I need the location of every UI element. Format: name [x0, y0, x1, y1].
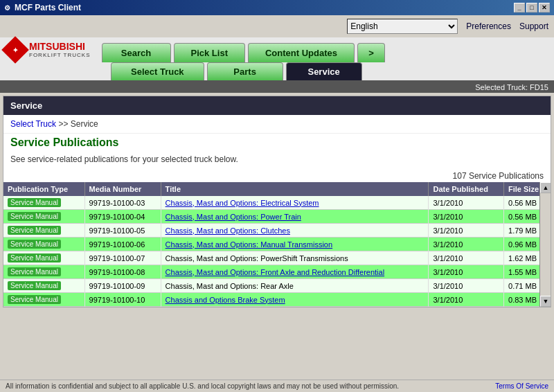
pub-type-badge: Service Manual	[8, 226, 61, 235]
title-link[interactable]: Chassis, Mast and Options: Clutches	[166, 226, 290, 235]
title-cell: Chassis and Options Brake System	[161, 293, 429, 307]
breadcrumb-current: Service	[71, 119, 98, 129]
media-number-cell: 99719-10100-06	[84, 238, 161, 251]
media-number-cell: 99719-10100-05	[84, 224, 161, 238]
pub-type-badge: Service Manual	[8, 240, 61, 249]
mitsubishi-diamond: ✦	[1, 36, 29, 64]
titlebar-controls: _ □ ✕	[514, 3, 550, 12]
logo-text: MITSUBISHI FORKLIFT TRUCKS	[29, 42, 91, 58]
date-cell: 3/1/2010	[429, 196, 504, 210]
date-cell: 3/1/2010	[429, 279, 504, 293]
title-cell: Chassis, Mast and Options: Electrical Sy…	[161, 196, 429, 210]
pub-type-badge: Service Manual	[8, 295, 61, 304]
primary-nav: Search Pick List Content Updates >	[102, 43, 385, 62]
table-row: Service Manual99719-10100-08Chassis, Mas…	[3, 265, 551, 279]
table-row: Service Manual99719-10100-09Chassis, Mas…	[3, 279, 551, 293]
tab-content-updates[interactable]: Content Updates	[248, 43, 355, 62]
table-header-row: Publication Type Media Number Title Date…	[3, 182, 551, 196]
publications-table-wrapper: Publication Type Media Number Title Date…	[3, 182, 551, 307]
table-row: Service Manual99719-10100-05Chassis, Mas…	[3, 224, 551, 238]
tab-picklist[interactable]: Pick List	[174, 43, 245, 62]
breadcrumb-home[interactable]: Select Truck	[10, 119, 56, 129]
language-select[interactable]: English Spanish French German Japanese	[347, 19, 458, 34]
table-row: Service Manual99719-10100-07Chassis, Mas…	[3, 251, 551, 265]
title-cell: Chassis, Mast and Options: Rear Axle	[161, 279, 429, 293]
date-cell: 3/1/2010	[429, 224, 504, 238]
pub-type-badge: Service Manual	[8, 281, 61, 290]
media-number-cell: 99719-10100-07	[84, 251, 161, 265]
media-number-cell: 99719-10100-10	[84, 293, 161, 307]
subtab-parts[interactable]: Parts	[207, 62, 283, 80]
media-number-cell: 99719-10100-04	[84, 210, 161, 224]
publications-title: Service Publications	[3, 133, 551, 152]
pub-type-badge: Service Manual	[8, 267, 61, 276]
title-link[interactable]: Chassis and Options Brake System	[166, 296, 285, 304]
topbar: English Spanish French German Japanese P…	[0, 15, 554, 37]
table-row: Service Manual99719-10100-10Chassis and …	[3, 293, 551, 307]
pub-count: 107 Service Publications	[3, 170, 551, 182]
title-cell: Chassis, Mast and Options: PowerShift Tr…	[161, 251, 429, 265]
selected-truck-bar: Selected Truck: FD15	[0, 82, 554, 93]
title-cell: Chassis, Mast and Options: Clutches	[161, 224, 429, 238]
close-button[interactable]: ✕	[539, 3, 550, 12]
description-text: See service-related publications for you…	[3, 152, 551, 170]
section-header: Service	[3, 96, 551, 115]
scroll-down-button[interactable]: ▼	[540, 296, 551, 307]
media-number-cell: 99719-10100-08	[84, 265, 161, 279]
title-cell: Chassis, Mast and Options: Manual Transm…	[161, 238, 429, 251]
title-link[interactable]: Chassis, Mast and Options: Electrical Sy…	[166, 199, 319, 207]
minimize-button[interactable]: _	[514, 3, 525, 12]
main-content: Service Select Truck >> Service Service …	[3, 96, 551, 308]
tab-extra[interactable]: >	[357, 43, 385, 62]
scrollbar[interactable]: ▲ ▼	[539, 182, 551, 307]
app-icon: ⚙	[4, 4, 10, 12]
title-link[interactable]: Chassis, Mast and Options: Front Axle an…	[166, 268, 385, 276]
tab-search[interactable]: Search	[102, 43, 171, 62]
scroll-up-button[interactable]: ▲	[540, 182, 551, 193]
subtab-select-truck[interactable]: Select Truck	[111, 62, 204, 80]
footer-text: All information is confidential and subj…	[6, 382, 399, 390]
subtab-service[interactable]: Service	[286, 62, 362, 80]
pub-type-badge: Service Manual	[8, 253, 61, 262]
col-media-number: Media Number	[84, 182, 161, 196]
title-cell: Chassis, Mast and Options: Front Axle an…	[161, 265, 429, 279]
pub-type-badge: Service Manual	[8, 212, 61, 221]
col-date: Date Published	[429, 182, 504, 196]
header: ✦ MITSUBISHI FORKLIFT TRUCKS Search Pick…	[0, 37, 554, 62]
date-cell: 3/1/2010	[429, 210, 504, 224]
publications-tbody: Service Manual99719-10100-03Chassis, Mas…	[3, 196, 551, 307]
media-number-cell: 99719-10100-09	[84, 279, 161, 293]
col-title: Title	[161, 182, 429, 196]
table-row: Service Manual99719-10100-06Chassis, Mas…	[3, 238, 551, 251]
title-link[interactable]: Chassis, Mast and Options: Power Train	[166, 213, 301, 221]
date-cell: 3/1/2010	[429, 293, 504, 307]
logo: ✦ MITSUBISHI FORKLIFT TRUCKS	[6, 40, 91, 62]
col-pub-type: Publication Type	[3, 182, 84, 196]
media-number-cell: 99719-10100-03	[84, 196, 161, 210]
breadcrumb: Select Truck >> Service	[3, 115, 551, 133]
app-title: MCF Parts Client	[15, 3, 81, 12]
titlebar-left: ⚙ MCF Parts Client	[4, 3, 81, 12]
footer: All information is confidential and subj…	[0, 380, 554, 392]
date-cell: 3/1/2010	[429, 251, 504, 265]
date-cell: 3/1/2010	[429, 265, 504, 279]
table-row: Service Manual99719-10100-03Chassis, Mas…	[3, 196, 551, 210]
title-cell: Chassis, Mast and Options: Power Train	[161, 210, 429, 224]
terms-link[interactable]: Terms Of Service	[495, 382, 548, 390]
publications-table: Publication Type Media Number Title Date…	[3, 182, 551, 307]
titlebar: ⚙ MCF Parts Client _ □ ✕	[0, 0, 554, 15]
restore-button[interactable]: □	[526, 3, 537, 12]
date-cell: 3/1/2010	[429, 238, 504, 251]
table-row: Service Manual99719-10100-04Chassis, Mas…	[3, 210, 551, 224]
support-link[interactable]: Support	[519, 21, 548, 31]
preferences-link[interactable]: Preferences	[466, 21, 511, 31]
title-link[interactable]: Chassis, Mast and Options: Manual Transm…	[166, 240, 333, 249]
secondary-nav: Select Truck Parts Service	[0, 62, 554, 82]
breadcrumb-sep: >>	[58, 119, 68, 129]
pub-type-badge: Service Manual	[8, 198, 61, 207]
